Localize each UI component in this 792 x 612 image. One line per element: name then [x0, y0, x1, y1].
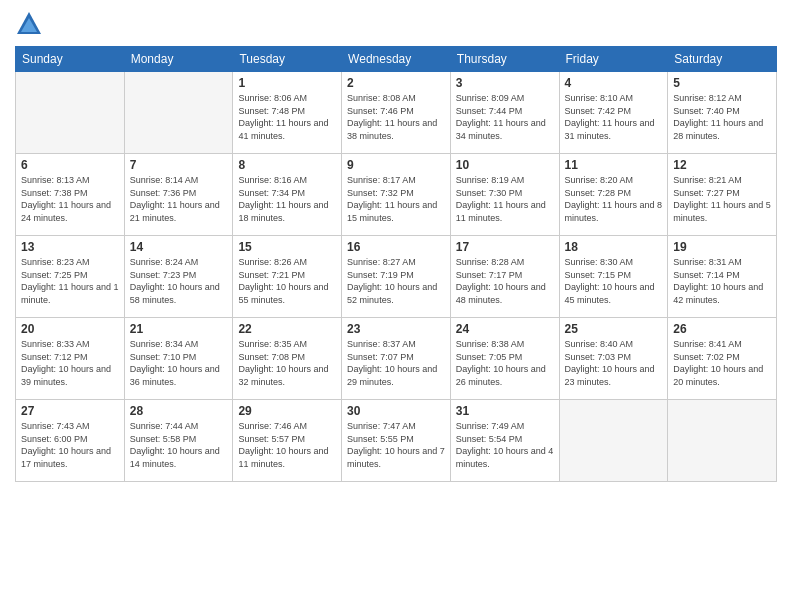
day-number: 31: [456, 404, 554, 418]
week-row-1: 6Sunrise: 8:13 AMSunset: 7:38 PMDaylight…: [16, 154, 777, 236]
day-number: 3: [456, 76, 554, 90]
day-info: Sunrise: 8:21 AMSunset: 7:27 PMDaylight:…: [673, 174, 771, 224]
day-number: 6: [21, 158, 119, 172]
day-number: 1: [238, 76, 336, 90]
day-info: Sunrise: 8:40 AMSunset: 7:03 PMDaylight:…: [565, 338, 663, 388]
logo: [15, 10, 47, 38]
calendar-body: 1Sunrise: 8:06 AMSunset: 7:48 PMDaylight…: [16, 72, 777, 482]
calendar-cell: 7Sunrise: 8:14 AMSunset: 7:36 PMDaylight…: [124, 154, 233, 236]
day-number: 13: [21, 240, 119, 254]
day-info: Sunrise: 8:06 AMSunset: 7:48 PMDaylight:…: [238, 92, 336, 142]
day-number: 23: [347, 322, 445, 336]
calendar: SundayMondayTuesdayWednesdayThursdayFrid…: [15, 46, 777, 482]
calendar-cell: 10Sunrise: 8:19 AMSunset: 7:30 PMDayligh…: [450, 154, 559, 236]
day-number: 25: [565, 322, 663, 336]
day-number: 29: [238, 404, 336, 418]
day-info: Sunrise: 8:17 AMSunset: 7:32 PMDaylight:…: [347, 174, 445, 224]
day-number: 26: [673, 322, 771, 336]
day-info: Sunrise: 8:35 AMSunset: 7:08 PMDaylight:…: [238, 338, 336, 388]
calendar-cell: 20Sunrise: 8:33 AMSunset: 7:12 PMDayligh…: [16, 318, 125, 400]
day-info: Sunrise: 8:27 AMSunset: 7:19 PMDaylight:…: [347, 256, 445, 306]
day-number: 5: [673, 76, 771, 90]
day-number: 2: [347, 76, 445, 90]
day-info: Sunrise: 8:13 AMSunset: 7:38 PMDaylight:…: [21, 174, 119, 224]
day-number: 4: [565, 76, 663, 90]
calendar-cell: 15Sunrise: 8:26 AMSunset: 7:21 PMDayligh…: [233, 236, 342, 318]
calendar-cell: [668, 400, 777, 482]
calendar-cell: 22Sunrise: 8:35 AMSunset: 7:08 PMDayligh…: [233, 318, 342, 400]
calendar-cell: 19Sunrise: 8:31 AMSunset: 7:14 PMDayligh…: [668, 236, 777, 318]
day-info: Sunrise: 8:38 AMSunset: 7:05 PMDaylight:…: [456, 338, 554, 388]
day-info: Sunrise: 8:28 AMSunset: 7:17 PMDaylight:…: [456, 256, 554, 306]
day-info: Sunrise: 8:10 AMSunset: 7:42 PMDaylight:…: [565, 92, 663, 142]
day-info: Sunrise: 8:31 AMSunset: 7:14 PMDaylight:…: [673, 256, 771, 306]
day-info: Sunrise: 8:41 AMSunset: 7:02 PMDaylight:…: [673, 338, 771, 388]
day-header-thursday: Thursday: [450, 47, 559, 72]
calendar-cell: 16Sunrise: 8:27 AMSunset: 7:19 PMDayligh…: [342, 236, 451, 318]
day-number: 22: [238, 322, 336, 336]
calendar-cell: 29Sunrise: 7:46 AMSunset: 5:57 PMDayligh…: [233, 400, 342, 482]
calendar-cell: 12Sunrise: 8:21 AMSunset: 7:27 PMDayligh…: [668, 154, 777, 236]
calendar-cell: 3Sunrise: 8:09 AMSunset: 7:44 PMDaylight…: [450, 72, 559, 154]
calendar-cell: 17Sunrise: 8:28 AMSunset: 7:17 PMDayligh…: [450, 236, 559, 318]
day-info: Sunrise: 8:30 AMSunset: 7:15 PMDaylight:…: [565, 256, 663, 306]
page: SundayMondayTuesdayWednesdayThursdayFrid…: [0, 0, 792, 612]
day-number: 19: [673, 240, 771, 254]
logo-icon: [15, 10, 43, 38]
calendar-cell: 18Sunrise: 8:30 AMSunset: 7:15 PMDayligh…: [559, 236, 668, 318]
day-number: 12: [673, 158, 771, 172]
day-info: Sunrise: 8:33 AMSunset: 7:12 PMDaylight:…: [21, 338, 119, 388]
calendar-cell: 30Sunrise: 7:47 AMSunset: 5:55 PMDayligh…: [342, 400, 451, 482]
calendar-cell: 27Sunrise: 7:43 AMSunset: 6:00 PMDayligh…: [16, 400, 125, 482]
day-info: Sunrise: 8:19 AMSunset: 7:30 PMDaylight:…: [456, 174, 554, 224]
day-number: 30: [347, 404, 445, 418]
calendar-cell: 5Sunrise: 8:12 AMSunset: 7:40 PMDaylight…: [668, 72, 777, 154]
header: [15, 10, 777, 38]
day-info: Sunrise: 8:20 AMSunset: 7:28 PMDaylight:…: [565, 174, 663, 224]
day-header-tuesday: Tuesday: [233, 47, 342, 72]
day-info: Sunrise: 8:37 AMSunset: 7:07 PMDaylight:…: [347, 338, 445, 388]
calendar-cell: [16, 72, 125, 154]
day-info: Sunrise: 7:46 AMSunset: 5:57 PMDaylight:…: [238, 420, 336, 470]
day-number: 14: [130, 240, 228, 254]
calendar-cell: 2Sunrise: 8:08 AMSunset: 7:46 PMDaylight…: [342, 72, 451, 154]
calendar-cell: 1Sunrise: 8:06 AMSunset: 7:48 PMDaylight…: [233, 72, 342, 154]
day-info: Sunrise: 7:47 AMSunset: 5:55 PMDaylight:…: [347, 420, 445, 470]
week-row-4: 27Sunrise: 7:43 AMSunset: 6:00 PMDayligh…: [16, 400, 777, 482]
day-number: 8: [238, 158, 336, 172]
calendar-cell: 24Sunrise: 8:38 AMSunset: 7:05 PMDayligh…: [450, 318, 559, 400]
day-number: 17: [456, 240, 554, 254]
day-info: Sunrise: 8:34 AMSunset: 7:10 PMDaylight:…: [130, 338, 228, 388]
calendar-cell: 25Sunrise: 8:40 AMSunset: 7:03 PMDayligh…: [559, 318, 668, 400]
day-info: Sunrise: 8:12 AMSunset: 7:40 PMDaylight:…: [673, 92, 771, 142]
calendar-cell: 6Sunrise: 8:13 AMSunset: 7:38 PMDaylight…: [16, 154, 125, 236]
day-number: 9: [347, 158, 445, 172]
day-info: Sunrise: 8:09 AMSunset: 7:44 PMDaylight:…: [456, 92, 554, 142]
calendar-cell: 31Sunrise: 7:49 AMSunset: 5:54 PMDayligh…: [450, 400, 559, 482]
calendar-cell: [124, 72, 233, 154]
day-number: 20: [21, 322, 119, 336]
day-number: 24: [456, 322, 554, 336]
calendar-cell: 4Sunrise: 8:10 AMSunset: 7:42 PMDaylight…: [559, 72, 668, 154]
day-number: 28: [130, 404, 228, 418]
day-number: 15: [238, 240, 336, 254]
week-row-2: 13Sunrise: 8:23 AMSunset: 7:25 PMDayligh…: [16, 236, 777, 318]
calendar-cell: 14Sunrise: 8:24 AMSunset: 7:23 PMDayligh…: [124, 236, 233, 318]
calendar-cell: 13Sunrise: 8:23 AMSunset: 7:25 PMDayligh…: [16, 236, 125, 318]
day-number: 11: [565, 158, 663, 172]
day-number: 21: [130, 322, 228, 336]
calendar-cell: 21Sunrise: 8:34 AMSunset: 7:10 PMDayligh…: [124, 318, 233, 400]
day-header-sunday: Sunday: [16, 47, 125, 72]
day-info: Sunrise: 7:43 AMSunset: 6:00 PMDaylight:…: [21, 420, 119, 470]
day-header-friday: Friday: [559, 47, 668, 72]
day-info: Sunrise: 8:08 AMSunset: 7:46 PMDaylight:…: [347, 92, 445, 142]
day-info: Sunrise: 8:16 AMSunset: 7:34 PMDaylight:…: [238, 174, 336, 224]
week-row-3: 20Sunrise: 8:33 AMSunset: 7:12 PMDayligh…: [16, 318, 777, 400]
day-info: Sunrise: 7:44 AMSunset: 5:58 PMDaylight:…: [130, 420, 228, 470]
calendar-cell: 28Sunrise: 7:44 AMSunset: 5:58 PMDayligh…: [124, 400, 233, 482]
day-info: Sunrise: 8:14 AMSunset: 7:36 PMDaylight:…: [130, 174, 228, 224]
day-number: 16: [347, 240, 445, 254]
day-header-monday: Monday: [124, 47, 233, 72]
day-number: 7: [130, 158, 228, 172]
day-info: Sunrise: 7:49 AMSunset: 5:54 PMDaylight:…: [456, 420, 554, 470]
